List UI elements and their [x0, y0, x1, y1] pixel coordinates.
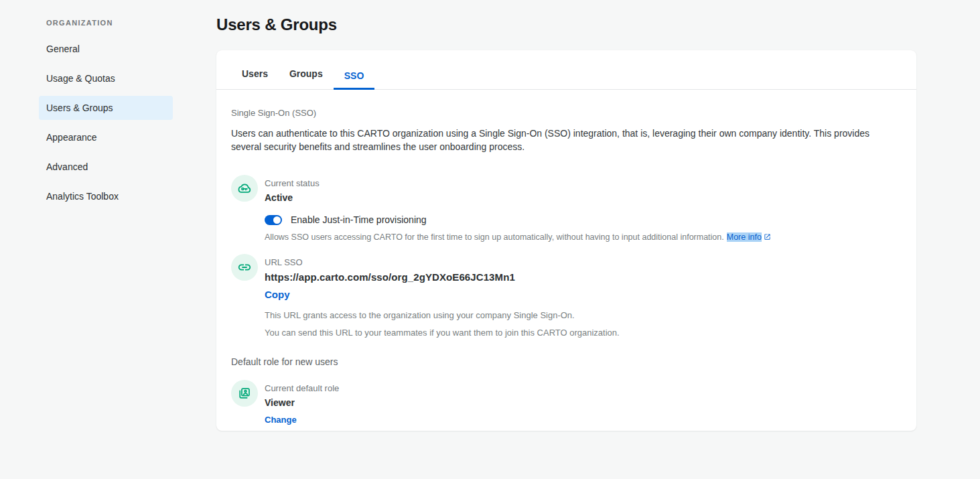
jit-toggle[interactable]: [265, 215, 282, 225]
tab-users[interactable]: Users: [231, 68, 279, 90]
sidebar-item-label: General: [46, 44, 80, 54]
current-status-value: Active: [265, 192, 320, 204]
url-sso-row: URL SSO https://app.carto.com/sso/org_2g…: [231, 254, 902, 338]
sidebar-item-advanced[interactable]: Advanced: [39, 155, 173, 179]
external-link-icon: [764, 233, 771, 241]
sso-panel: Single Sign-On (SSO) Users can authentic…: [216, 108, 916, 425]
default-role-text: Current default role Viewer Change: [265, 380, 339, 425]
url-helper-line2: You can send this URL to your teammates …: [265, 328, 620, 338]
tab-groups[interactable]: Groups: [279, 68, 334, 90]
cloud-key-icon: [231, 175, 258, 202]
jit-toggle-row: Enable Just-in-Time provisioning: [265, 214, 902, 225]
page-title: Users & Groups: [216, 15, 337, 34]
default-role-label: Current default role: [265, 380, 339, 394]
tab-bar: Users Groups SSO: [216, 50, 916, 90]
current-status-text: Current status Active: [265, 175, 320, 204]
sidebar-item-label: Advanced: [46, 161, 88, 172]
settings-sidebar: ORGANIZATION General Usage & Quotas User…: [39, 19, 173, 214]
jit-toggle-label: Enable Just-in-Time provisioning: [291, 214, 427, 225]
current-status-label: Current status: [265, 175, 320, 189]
url-sso-text: URL SSO https://app.carto.com/sso/org_2g…: [265, 254, 620, 338]
sidebar-item-analytics-toolbox[interactable]: Analytics Toolbox: [39, 184, 173, 208]
jit-toggle-knob: [273, 216, 281, 224]
sidebar-item-usage-quotas[interactable]: Usage & Quotas: [39, 66, 173, 90]
sidebar-section-label: ORGANIZATION: [39, 19, 173, 27]
contact-badge-icon: [231, 380, 258, 407]
jit-helper-text: Allows SSO users accessing CARTO for the…: [265, 232, 902, 242]
jit-helper-body: Allows SSO users accessing CARTO for the…: [265, 232, 724, 242]
sidebar-item-label: Analytics Toolbox: [46, 191, 119, 202]
default-role-section-title: Default role for new users: [231, 356, 902, 367]
sso-description: Users can authenticate to this CARTO org…: [231, 127, 901, 153]
more-info-link[interactable]: More info: [727, 232, 762, 242]
default-role-row: Current default role Viewer Change: [231, 380, 902, 425]
default-role-value: Viewer: [265, 397, 339, 409]
sidebar-item-label: Appearance: [46, 132, 97, 143]
change-role-button[interactable]: Change: [265, 415, 339, 425]
sidebar-item-appearance[interactable]: Appearance: [39, 125, 173, 149]
url-helper-line1: This URL grants access to the organizati…: [265, 310, 620, 320]
link-icon: [231, 254, 258, 281]
sidebar-item-general[interactable]: General: [39, 37, 173, 61]
users-groups-card: Users Groups SSO Single Sign-On (SSO) Us…: [216, 50, 916, 431]
copy-url-button[interactable]: Copy: [265, 289, 620, 300]
url-sso-value: https://app.carto.com/sso/org_2gYDXoE66J…: [265, 271, 620, 283]
url-sso-label: URL SSO: [265, 254, 620, 268]
current-status-row: Current status Active: [231, 175, 902, 204]
sidebar-item-users-groups[interactable]: Users & Groups: [39, 96, 173, 120]
tab-sso[interactable]: SSO: [334, 70, 375, 90]
sidebar-item-label: Users & Groups: [46, 102, 113, 113]
sso-section-title: Single Sign-On (SSO): [231, 108, 902, 118]
sidebar-item-label: Usage & Quotas: [46, 73, 115, 84]
